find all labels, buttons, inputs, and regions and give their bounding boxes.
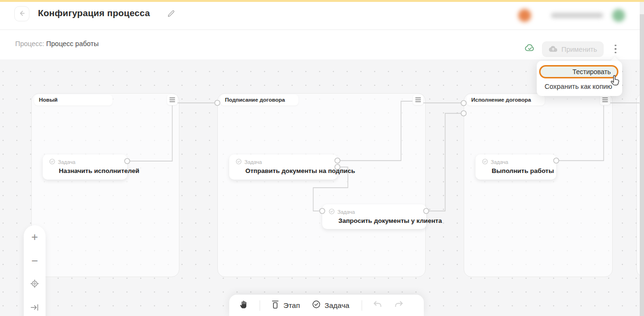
arrow-to-line-icon — [30, 302, 39, 315]
apply-button[interactable]: Применить — [542, 41, 604, 57]
vertical-scrollbar[interactable] — [640, 2, 644, 316]
cloud-upload-icon — [549, 45, 558, 54]
stage-icon — [271, 300, 279, 311]
zoom-in-button[interactable]: + — [24, 225, 46, 249]
user-name-redacted — [551, 13, 603, 18]
back-button[interactable] — [14, 6, 29, 21]
minus-icon: − — [31, 254, 38, 268]
hand-icon — [240, 300, 248, 311]
center-view-button[interactable] — [24, 273, 46, 297]
add-stage-button[interactable]: Этап — [271, 300, 300, 311]
connection-port[interactable] — [335, 158, 340, 163]
undo-icon — [373, 300, 382, 310]
kebab-icon — [615, 45, 616, 47]
undo-button[interactable] — [373, 300, 382, 310]
breadcrumb: Процесс: Процесс работы — [15, 40, 99, 48]
add-task-button[interactable]: Задача — [312, 300, 349, 310]
pan-tool-button[interactable] — [240, 300, 248, 311]
page-title: Конфигурация процесса — [38, 8, 150, 19]
scrollbar-thumb[interactable] — [640, 14, 644, 316]
connection-port[interactable] — [215, 100, 220, 105]
connection-port[interactable] — [554, 158, 559, 163]
more-menu-button[interactable] — [611, 42, 620, 56]
redo-button[interactable] — [394, 300, 404, 310]
header: Конфигурация процесса — [0, 2, 644, 30]
connection-port[interactable] — [461, 111, 467, 116]
apply-label: Применить — [561, 46, 597, 53]
avatar — [518, 9, 531, 22]
redo-icon — [394, 300, 404, 310]
arrow-left-icon — [18, 10, 26, 19]
connection-port[interactable] — [320, 209, 325, 214]
connection-port[interactable] — [461, 101, 467, 106]
canvas-toolbar: Этап Задача — [229, 295, 424, 316]
canvas-controls: + − — [24, 225, 46, 316]
task-icon — [312, 300, 320, 310]
toolbar-divider — [362, 300, 362, 311]
add-task-label: Задача — [325, 301, 349, 310]
menu-item-save-copy[interactable]: Сохранить как копию — [539, 81, 618, 92]
connection-port[interactable] — [125, 159, 130, 164]
collapse-panel-button[interactable] — [24, 297, 46, 316]
cloud-check-icon — [524, 43, 536, 54]
connection-port[interactable] — [335, 164, 340, 170]
process-name: Процесс работы — [46, 40, 99, 48]
subheader: Процесс: Процесс работы Применить — [0, 30, 644, 59]
connection-port[interactable] — [424, 209, 429, 214]
plus-icon: + — [31, 230, 38, 244]
top-accent-bar — [0, 0, 644, 2]
org-avatar — [612, 9, 625, 22]
process-label: Процесс: — [15, 40, 44, 48]
crosshair-icon — [30, 278, 39, 291]
toolbar-divider — [260, 300, 260, 311]
edit-title-icon[interactable] — [167, 9, 176, 19]
cursor-pointer-icon — [609, 74, 621, 90]
user-account[interactable] — [518, 6, 625, 25]
add-stage-label: Этап — [283, 301, 300, 310]
menu-item-test[interactable]: Тестировать — [539, 65, 618, 78]
zoom-out-button[interactable]: − — [24, 249, 46, 273]
